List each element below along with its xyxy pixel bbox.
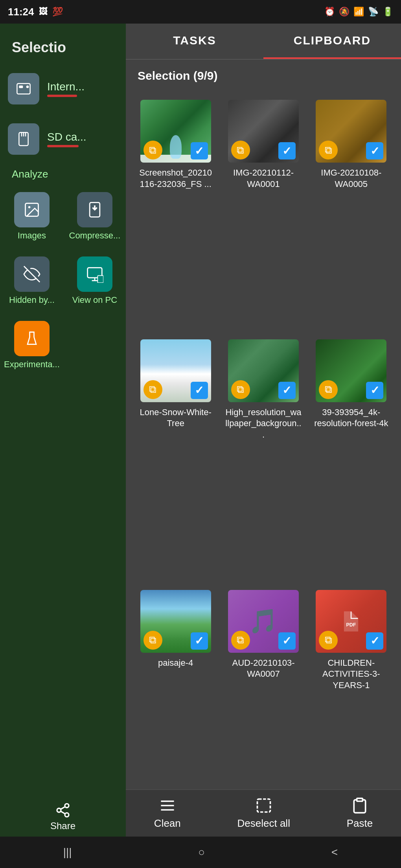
pdf-icon: PDF bbox=[339, 610, 363, 633]
file-thumb-wrap: ⧉ ✓ bbox=[140, 339, 211, 402]
clipboard-badge-icon: ⧉ bbox=[143, 380, 162, 399]
check-badge: ✓ bbox=[191, 632, 208, 650]
check-badge: ✓ bbox=[366, 142, 383, 159]
tab-clipboard[interactable]: CLIPBOARD bbox=[263, 24, 401, 59]
signal-icon: 📡 bbox=[368, 7, 379, 17]
sidebar-item-compressed[interactable]: Compresse... bbox=[64, 184, 126, 249]
svg-rect-1 bbox=[19, 86, 23, 88]
sidebar-item-images[interactable]: Images bbox=[0, 184, 64, 249]
internal-bar bbox=[47, 95, 77, 97]
status-bar: 11:24 🖼 💯 ⏰ 🔕 📶 📡 🔋 bbox=[0, 0, 401, 24]
check-badge: ✓ bbox=[278, 382, 296, 399]
svg-point-2 bbox=[26, 86, 29, 88]
svg-point-17 bbox=[65, 804, 69, 808]
file-name: AUD-20210103-WA0007 bbox=[225, 657, 301, 680]
check-badge: ✓ bbox=[278, 632, 296, 650]
file-thumb-wrap: ⧉ ✓ bbox=[228, 339, 299, 402]
list-item[interactable]: ⧉ ✓ IMG-20210112-WA0001 bbox=[221, 96, 305, 331]
status-right: ⏰ 🔕 📶 📡 🔋 bbox=[324, 7, 393, 17]
check-badge: ✓ bbox=[366, 632, 383, 650]
paste-icon bbox=[351, 797, 368, 814]
clean-label: Clean bbox=[154, 817, 181, 830]
list-item[interactable]: ⧉ ✓ IMG-20210108-WA0005 bbox=[309, 96, 393, 331]
nav-back-button[interactable]: < bbox=[320, 842, 349, 863]
clean-button[interactable]: Clean bbox=[146, 793, 189, 833]
clipboard-badge-icon: ⧉ bbox=[319, 380, 338, 399]
battery-full-icon: 💯 bbox=[52, 7, 63, 17]
file-name: 39-393954_4k-resolution-forest-4k bbox=[313, 407, 389, 429]
check-badge: ✓ bbox=[366, 382, 383, 399]
clipboard-badge-icon: ⧉ bbox=[319, 631, 338, 650]
paste-label: Paste bbox=[347, 817, 373, 830]
file-name: Lone-Snow-White-Tree bbox=[138, 407, 213, 429]
sidebar-item-experimental[interactable]: Experimenta... bbox=[0, 313, 64, 377]
alarm-icon: ⏰ bbox=[324, 7, 335, 17]
file-thumb-wrap: 🎵 ⧉ ✓ bbox=[228, 590, 299, 653]
nav-home-button[interactable]: ○ bbox=[186, 842, 217, 863]
deselect-icon bbox=[255, 797, 272, 814]
list-item[interactable]: ⧉ ✓ Screenshot_20210116-232036_FS ... bbox=[134, 96, 217, 331]
svg-text:PDF: PDF bbox=[346, 622, 356, 627]
file-thumb-wrap: PDF ⧉ ✓ bbox=[316, 590, 386, 653]
deselect-all-button[interactable]: Deselect all bbox=[230, 793, 298, 833]
svg-rect-27 bbox=[357, 798, 363, 801]
sidebar: Selectio Intern... SD ca... Analyze Imag… bbox=[0, 24, 126, 837]
svg-line-20 bbox=[61, 811, 65, 814]
list-item[interactable]: ⧉ ✓ Lone-Snow-White-Tree bbox=[134, 335, 217, 582]
time-display: 11:24 bbox=[8, 6, 34, 18]
clean-icon bbox=[159, 797, 176, 814]
sidebar-item-hidden[interactable]: Hidden by... bbox=[0, 249, 64, 313]
sidebar-item-internal[interactable]: Intern... bbox=[0, 64, 126, 114]
tab-tasks[interactable]: TASKS bbox=[126, 24, 263, 59]
internal-label: Intern... bbox=[47, 81, 85, 93]
sidebar-bottom: Share bbox=[0, 797, 126, 837]
wifi-icon: 📶 bbox=[353, 7, 364, 17]
svg-point-19 bbox=[65, 813, 69, 817]
analyze-label: Analyze bbox=[0, 164, 126, 184]
file-name: Screenshot_20210116-232036_FS ... bbox=[138, 167, 213, 190]
file-name: CHILDREN-ACTIVITIES-3-YEARS-1 bbox=[313, 657, 389, 691]
status-left: 11:24 🖼 💯 bbox=[8, 6, 63, 18]
file-name: IMG-20210108-WA0005 bbox=[313, 167, 389, 190]
files-grid: ⧉ ✓ Screenshot_20210116-232036_FS ... ⧉ … bbox=[126, 92, 401, 837]
images-label: Images bbox=[18, 231, 46, 241]
compressed-label: Compresse... bbox=[69, 231, 121, 241]
file-name: High_resolution_wallpaper_backgroun... bbox=[225, 407, 301, 441]
selection-header: Selection (9/9) bbox=[126, 60, 401, 92]
clipboard-badge-icon: ⧉ bbox=[319, 141, 338, 159]
battery-icon: 🔋 bbox=[383, 7, 393, 17]
svg-point-8 bbox=[28, 206, 31, 209]
svg-rect-0 bbox=[17, 84, 30, 94]
tab-bar: TASKS CLIPBOARD bbox=[126, 24, 401, 60]
sidebar-item-sdcard[interactable]: SD ca... bbox=[0, 114, 126, 164]
viewonpc-label: View on PC bbox=[72, 295, 118, 305]
system-nav-bar: ||| ○ < bbox=[0, 837, 401, 868]
svg-rect-15 bbox=[97, 276, 103, 283]
svg-line-21 bbox=[61, 807, 65, 809]
file-thumb-wrap: ⧉ ✓ bbox=[316, 339, 386, 402]
share-label: Share bbox=[50, 820, 75, 831]
paste-button[interactable]: Paste bbox=[339, 793, 381, 833]
check-badge: ✓ bbox=[191, 142, 208, 159]
photo-icon: 🖼 bbox=[39, 7, 48, 17]
nav-menu-button[interactable]: ||| bbox=[52, 842, 84, 863]
clipboard-badge-icon: ⧉ bbox=[231, 380, 250, 399]
overlay-panel: TASKS CLIPBOARD Selection (9/9) ⧉ ✓ Scr bbox=[126, 24, 401, 837]
mute-icon: 🔕 bbox=[339, 7, 349, 17]
check-badge: ✓ bbox=[191, 382, 208, 399]
share-button[interactable]: Share bbox=[50, 802, 75, 831]
sidebar-title: Selectio bbox=[0, 31, 126, 64]
list-item[interactable]: ⧉ ✓ High_resolution_wallpaper_backgroun.… bbox=[221, 335, 305, 582]
action-bar: Clean Deselect all Paste bbox=[126, 789, 401, 837]
audio-icon: 🎵 bbox=[248, 607, 278, 635]
clipboard-badge-icon: ⧉ bbox=[143, 631, 162, 650]
check-badge: ✓ bbox=[278, 142, 296, 159]
sdcard-bar bbox=[47, 145, 79, 147]
file-thumb-wrap: ⧉ ✓ bbox=[316, 100, 386, 163]
file-name: paisaje-4 bbox=[158, 657, 193, 669]
experimental-label: Experimenta... bbox=[4, 359, 60, 370]
svg-rect-26 bbox=[257, 799, 270, 812]
sidebar-item-viewonpc[interactable]: View on PC bbox=[64, 249, 126, 313]
list-item[interactable]: ⧉ ✓ 39-393954_4k-resolution-forest-4k bbox=[309, 335, 393, 582]
svg-point-18 bbox=[57, 808, 61, 812]
